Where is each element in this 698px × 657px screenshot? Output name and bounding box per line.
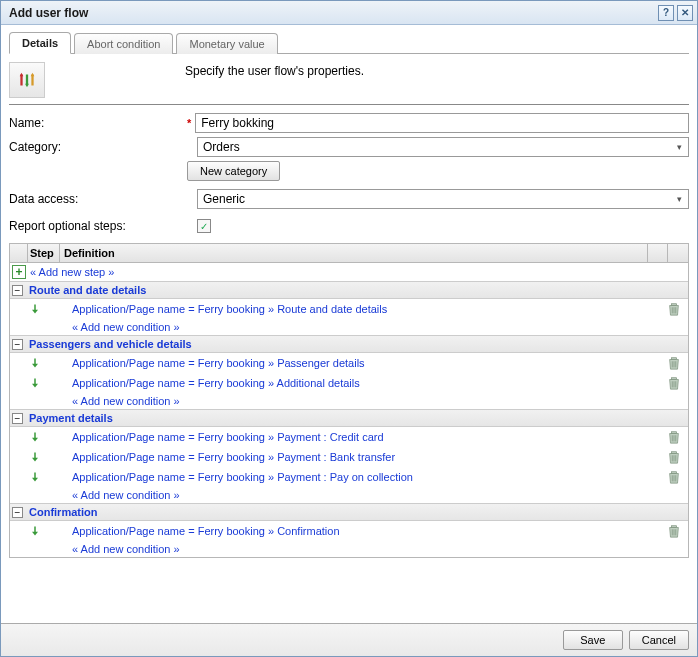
step-definition-link[interactable]: Application/Page name = Ferry booking » … <box>72 431 666 443</box>
svg-rect-0 <box>671 304 676 306</box>
save-button[interactable]: Save <box>563 630 623 650</box>
arrow-down-icon <box>28 430 42 444</box>
step-group-header: −Passengers and vehicle details <box>10 335 688 353</box>
step-group-header: −Payment details <box>10 409 688 427</box>
svg-rect-1 <box>671 358 676 360</box>
arrow-down-icon <box>28 450 42 464</box>
trash-icon[interactable] <box>666 449 682 465</box>
step-definition-link[interactable]: Application/Page name = Ferry booking » … <box>72 357 666 369</box>
arrow-down-icon <box>28 470 42 484</box>
trash-icon[interactable] <box>666 523 682 539</box>
step-row: Application/Page name = Ferry booking » … <box>10 299 688 319</box>
step-group-header: −Confirmation <box>10 503 688 521</box>
trash-icon[interactable] <box>666 375 682 391</box>
add-new-step-row: +« Add new step » <box>10 263 688 281</box>
steps-table: Step Definition +« Add new step »−Route … <box>9 243 689 558</box>
tab-monetary-value[interactable]: Monetary value <box>176 33 277 54</box>
titlebar: Add user flow ? ✕ <box>1 1 697 25</box>
step-definition-link[interactable]: Application/Page name = Ferry booking » … <box>72 525 666 537</box>
step-group-title[interactable]: Passengers and vehicle details <box>29 338 192 350</box>
name-input[interactable] <box>195 113 689 133</box>
tab-panel-details: Specify the user flow's properties. Name… <box>9 53 689 558</box>
tab-details[interactable]: Details <box>9 32 71 54</box>
row-name: Name: * <box>9 113 689 133</box>
dialog-content: Details Abort condition Monetary value S… <box>1 25 697 623</box>
intro-row: Specify the user flow's properties. <box>9 62 689 105</box>
arrow-down-icon <box>28 356 42 370</box>
arrow-down-icon <box>28 376 42 390</box>
svg-rect-4 <box>671 452 676 454</box>
report-optional-label: Report optional steps: <box>9 219 187 233</box>
data-access-label: Data access: <box>9 192 187 206</box>
add-new-condition-link[interactable]: « Add new condition » <box>10 487 688 503</box>
step-group-header: −Route and date details <box>10 281 688 299</box>
dialog-footer: Save Cancel <box>1 623 697 656</box>
steps-body: +« Add new step »−Route and date details… <box>10 263 688 557</box>
category-value: Orders <box>203 140 240 154</box>
trash-icon[interactable] <box>666 355 682 371</box>
dialog-add-user-flow: Add user flow ? ✕ Details Abort conditio… <box>0 0 698 657</box>
col-step: Step <box>28 244 60 262</box>
step-row: Application/Page name = Ferry booking » … <box>10 467 688 487</box>
report-optional-checkbox[interactable]: ✓ <box>197 219 211 233</box>
add-new-step-link[interactable]: « Add new step » <box>30 266 114 278</box>
data-access-select[interactable]: Generic <box>197 189 689 209</box>
cancel-button[interactable]: Cancel <box>629 630 689 650</box>
step-row: Application/Page name = Ferry booking » … <box>10 353 688 373</box>
add-new-condition-link[interactable]: « Add new condition » <box>10 541 688 557</box>
collapse-icon[interactable]: − <box>12 413 23 424</box>
step-group-title[interactable]: Route and date details <box>29 284 146 296</box>
step-group-title[interactable]: Confirmation <box>29 506 97 518</box>
trash-icon[interactable] <box>666 301 682 317</box>
svg-rect-6 <box>671 526 676 528</box>
intro-text: Specify the user flow's properties. <box>185 62 364 78</box>
category-label: Category: <box>9 140 187 154</box>
step-row: Application/Page name = Ferry booking » … <box>10 373 688 393</box>
collapse-icon[interactable]: − <box>12 507 23 518</box>
collapse-icon[interactable]: − <box>12 285 23 296</box>
trash-icon[interactable] <box>666 429 682 445</box>
row-category: Category: Orders <box>9 137 689 157</box>
steps-header: Step Definition <box>10 244 688 263</box>
add-new-condition-link[interactable]: « Add new condition » <box>10 319 688 335</box>
row-new-category: New category <box>187 161 689 181</box>
tab-abort-condition[interactable]: Abort condition <box>74 33 173 54</box>
new-category-button[interactable]: New category <box>187 161 280 181</box>
trash-icon[interactable] <box>666 469 682 485</box>
add-step-icon[interactable]: + <box>12 265 26 279</box>
step-definition-link[interactable]: Application/Page name = Ferry booking » … <box>72 451 666 463</box>
data-access-value: Generic <box>203 192 245 206</box>
step-definition-link[interactable]: Application/Page name = Ferry booking » … <box>72 471 666 483</box>
help-button[interactable]: ? <box>658 5 674 21</box>
row-data-access: Data access: Generic <box>9 189 689 209</box>
svg-rect-3 <box>671 432 676 434</box>
required-marker: * <box>187 117 191 129</box>
tab-row: Details Abort condition Monetary value <box>9 31 689 53</box>
collapse-icon[interactable]: − <box>12 339 23 350</box>
category-select[interactable]: Orders <box>197 137 689 157</box>
svg-rect-5 <box>671 472 676 474</box>
step-group-title[interactable]: Payment details <box>29 412 113 424</box>
dialog-title: Add user flow <box>9 6 88 20</box>
name-label: Name: <box>9 116 187 130</box>
step-definition-link[interactable]: Application/Page name = Ferry booking » … <box>72 377 666 389</box>
user-flow-icon <box>9 62 45 98</box>
step-row: Application/Page name = Ferry booking » … <box>10 427 688 447</box>
svg-rect-2 <box>671 378 676 380</box>
add-new-condition-link[interactable]: « Add new condition » <box>10 393 688 409</box>
step-row: Application/Page name = Ferry booking » … <box>10 447 688 467</box>
step-definition-link[interactable]: Application/Page name = Ferry booking » … <box>72 303 666 315</box>
arrow-down-icon <box>28 524 42 538</box>
row-report-optional: Report optional steps: ✓ <box>9 219 689 233</box>
close-button[interactable]: ✕ <box>677 5 693 21</box>
col-definition: Definition <box>60 244 648 262</box>
arrow-down-icon <box>28 302 42 316</box>
step-row: Application/Page name = Ferry booking » … <box>10 521 688 541</box>
